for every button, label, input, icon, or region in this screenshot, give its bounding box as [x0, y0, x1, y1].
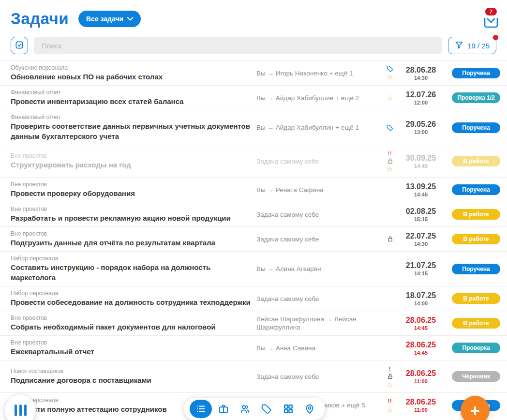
task-due: 22.07.25 14:30 [399, 231, 443, 247]
priority-1-icon: ! [389, 364, 391, 373]
task-status-cell: Черновик [443, 371, 500, 382]
tag-icon [387, 124, 393, 131]
tag-icon [387, 65, 393, 72]
task-row[interactable]: Обучение персонала Обновление новых ПО н… [0, 60, 507, 85]
task-due: 18.07.25 14:00 [399, 291, 443, 307]
task-project-label: Обучение персонала [11, 64, 252, 72]
view-briefcase-button[interactable] [214, 400, 233, 418]
star-icon: ☆ [387, 73, 393, 81]
task-project-label: Финансовый отчет [11, 89, 252, 96]
task-row[interactable]: Вне проектов Подгрузить данные для отчёт… [0, 226, 507, 251]
task-due-time: 14:15 [399, 270, 443, 277]
view-location-button[interactable] [300, 400, 319, 418]
task-status-cell: Проверка [443, 343, 500, 353]
task-project-label: Вне проектов [11, 206, 252, 213]
task-due-time: 14:45 [399, 191, 443, 198]
task-assignee: Задача самому себе [256, 373, 381, 381]
task-row[interactable]: Финансовый отчет Проверить соответствие … [0, 110, 507, 145]
lock-icon [387, 236, 393, 242]
columns-icon [15, 405, 17, 416]
task-project-label: Набор персонала [11, 290, 252, 297]
view-grid-button[interactable] [279, 400, 298, 418]
checkbox-icon [15, 40, 24, 51]
page-title: Задачи [11, 10, 69, 28]
priority-2-icon: !! [388, 149, 392, 157]
task-status-cell: Поручена [443, 264, 500, 274]
multi-select-button[interactable] [11, 37, 28, 54]
task-text-cell: Вне проектов Провести проверку оборудова… [11, 181, 256, 198]
view-list-button[interactable] [190, 400, 212, 418]
task-title: Проверить соответствие данных первичных … [11, 121, 252, 141]
task-row[interactable]: Вне проектов Ежеквартальный отчет Вы → А… [0, 335, 507, 360]
task-due-date: 28.06.25 [399, 369, 443, 378]
task-due-date: 28.06.25 [399, 397, 443, 406]
task-assignee: Задача самому себе [256, 157, 381, 165]
task-due-time: 14:45 [399, 325, 443, 331]
task-due: 28.06.25 14:45 [399, 340, 443, 356]
task-due-date: 02.08.25 [399, 207, 443, 216]
task-due-date: 30.09.25 [399, 153, 443, 163]
task-due: 28.06.25 11:00 [399, 397, 443, 413]
task-flag-icons [381, 236, 399, 242]
search-input[interactable] [34, 37, 442, 54]
task-status-cell: Поручена [443, 122, 500, 133]
task-status-cell: В работе [443, 156, 500, 166]
task-title: Составить инструкцию - порядок набора на… [11, 262, 252, 283]
task-due-time: 14:45 [399, 349, 443, 356]
chevron-down-icon [127, 17, 133, 21]
task-due-date: 12.07.26 [399, 90, 443, 99]
view-people-button[interactable] [236, 400, 255, 418]
task-status-cell: В работе [443, 234, 500, 244]
task-flag-icons: !☆ [381, 364, 399, 389]
task-status-badge: В работе [452, 209, 500, 220]
task-due-time: 14:45 [399, 163, 443, 169]
task-row[interactable]: Вне проектов Структурировать расходы на … [0, 145, 507, 177]
scope-dropdown-button[interactable]: Все задачи [78, 11, 141, 27]
star-icon: ☆ [387, 380, 393, 389]
task-status-badge: Поручена [452, 264, 500, 274]
task-status-badge: В работе [452, 318, 500, 329]
task-text-cell: Обучение персонала Обновление новых ПО н… [11, 64, 256, 82]
task-project-label: Вне проектов [11, 315, 252, 322]
task-row[interactable]: Набор персонала Провести собеседование н… [0, 286, 507, 311]
people-icon [239, 404, 251, 414]
task-flag-icons [381, 124, 399, 131]
task-row[interactable]: Финансовый отчет Провести инвентаризацию… [0, 85, 507, 110]
task-row[interactable]: Вне проектов Провести проверку оборудова… [0, 177, 507, 202]
task-project-label: Финансовый отчет [11, 114, 252, 121]
task-title: Обновление новых ПО на рабочих столах [11, 72, 252, 82]
task-due-time: 14:30 [399, 75, 443, 81]
plus-icon: + [470, 402, 480, 419]
task-project-label: Вне проектов [11, 339, 252, 346]
task-row[interactable]: Набор персонала Составить инструкцию - п… [0, 251, 507, 286]
task-row[interactable]: Вне проектов Собрать необходимый пакет д… [0, 311, 507, 335]
task-flag-icons: ☆ [381, 93, 399, 102]
task-due-time: 11:00 [399, 378, 443, 385]
task-assignee: Вы → Алина Агварян [256, 265, 381, 273]
task-text-cell: Финансовый отчет Провести инвентаризацию… [11, 89, 256, 106]
task-due-time: 14:30 [399, 240, 443, 247]
task-status-badge: В работе [452, 293, 500, 304]
view-tag-button[interactable] [257, 400, 276, 418]
task-due: 29.05.26 13:00 [399, 120, 443, 135]
task-project-label: Вне проектов [11, 181, 252, 188]
task-assignee: Вы → Айдар Хабибуллин + ещё 2 [256, 94, 381, 102]
task-row[interactable]: Вне проектов Разработать и провести рекл… [0, 202, 507, 226]
task-due: 02.08.25 15:15 [399, 207, 443, 223]
task-project-label: Набор персонала [11, 255, 252, 262]
inbox-button[interactable]: 7 [483, 15, 499, 29]
task-status-badge: В работе [452, 234, 500, 244]
task-row[interactable]: Поиск поставщиков Подписание договора с … [0, 360, 507, 392]
filter-count-label: 19 / 25 [467, 42, 490, 50]
filter-active-dot [493, 35, 498, 40]
filter-button[interactable]: 19 / 25 [448, 37, 496, 54]
task-due-time: 15:15 [399, 216, 443, 223]
priority-2-icon: !! [388, 396, 392, 405]
task-assignee: Вы → Рената Сафина [256, 186, 381, 194]
task-text-cell: Вне проектов Структурировать расходы на … [11, 152, 256, 170]
tag-icon [261, 404, 272, 414]
task-project-label: Поиск поставщиков [11, 368, 252, 375]
task-due-date: 28.06.25 [399, 315, 443, 325]
task-assignee: Задача самому себе [256, 295, 381, 303]
task-title: Провести проверку оборудования [11, 188, 252, 198]
